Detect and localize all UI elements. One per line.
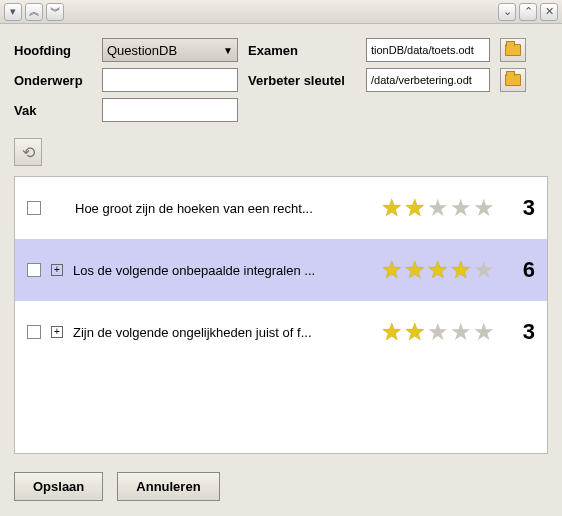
save-button[interactable]: Opslaan <box>14 472 103 501</box>
star-icon: ★ <box>427 258 449 282</box>
star-icon: ★ <box>427 196 449 220</box>
examen-input[interactable] <box>366 38 490 62</box>
count-value: 3 <box>505 195 535 221</box>
star-icon: ★ <box>381 258 403 282</box>
refresh-button[interactable]: ⟲ <box>14 138 42 166</box>
verbeter-label: Verbeter sleutel <box>248 73 356 88</box>
star-icon: ★ <box>473 258 495 282</box>
expand-icon[interactable]: + <box>51 326 63 338</box>
star-icon: ★ <box>473 320 495 344</box>
star-icon: ★ <box>404 196 426 220</box>
question-text: Zijn de volgende ongelijkheden juist of … <box>73 325 371 340</box>
roll-down-button[interactable]: ︾ <box>46 3 64 21</box>
app-menu-button[interactable]: ▾ <box>4 3 22 21</box>
expand-icon[interactable]: + <box>51 264 63 276</box>
star-rating[interactable]: ★★★★★ <box>381 320 495 344</box>
star-icon: ★ <box>473 196 495 220</box>
star-icon: ★ <box>381 196 403 220</box>
examen-label: Examen <box>248 43 356 58</box>
row-checkbox[interactable] <box>27 201 41 215</box>
star-rating[interactable]: ★★★★★ <box>381 196 495 220</box>
star-icon: ★ <box>450 258 472 282</box>
star-icon: ★ <box>404 258 426 282</box>
maximize-button[interactable]: ⌃ <box>519 3 537 21</box>
question-text: Hoe groot zijn de hoeken van een recht..… <box>75 201 371 216</box>
titlebar: ▾ ︽ ︾ ⌄ ⌃ ✕ <box>0 0 562 24</box>
question-list: Hoe groot zijn de hoeken van een recht..… <box>14 176 548 454</box>
onderwerp-input[interactable] <box>102 68 238 92</box>
row-checkbox[interactable] <box>27 325 41 339</box>
examen-browse-button[interactable] <box>500 38 526 62</box>
star-icon: ★ <box>450 196 472 220</box>
vak-input[interactable] <box>102 98 238 122</box>
minimize-button[interactable]: ⌄ <box>498 3 516 21</box>
onderwerp-label: Onderwerp <box>14 73 92 88</box>
refresh-icon: ⟲ <box>22 143 35 162</box>
form-grid: Hoofding QuestionDB ▼ Examen Onderwerp V… <box>14 38 548 122</box>
count-value: 3 <box>505 319 535 345</box>
hoofding-select[interactable]: QuestionDB ▼ <box>102 38 238 62</box>
star-icon: ★ <box>381 320 403 344</box>
folder-icon <box>505 44 521 56</box>
star-rating[interactable]: ★★★★★ <box>381 258 495 282</box>
roll-up-button[interactable]: ︽ <box>25 3 43 21</box>
vak-label: Vak <box>14 103 92 118</box>
star-icon: ★ <box>450 320 472 344</box>
list-item[interactable]: +Zijn de volgende ongelijkheden juist of… <box>15 301 547 363</box>
folder-icon <box>505 74 521 86</box>
row-checkbox[interactable] <box>27 263 41 277</box>
list-item[interactable]: +Los de volgende onbepaalde integralen .… <box>15 239 547 301</box>
star-icon: ★ <box>427 320 449 344</box>
star-icon: ★ <box>404 320 426 344</box>
hoofding-label: Hoofding <box>14 43 92 58</box>
cancel-button[interactable]: Annuleren <box>117 472 219 501</box>
chevron-down-icon: ▼ <box>223 45 233 56</box>
close-button[interactable]: ✕ <box>540 3 558 21</box>
count-value: 6 <box>505 257 535 283</box>
question-text: Los de volgende onbepaalde integralen ..… <box>73 263 371 278</box>
verbeter-browse-button[interactable] <box>500 68 526 92</box>
list-item[interactable]: Hoe groot zijn de hoeken van een recht..… <box>15 177 547 239</box>
verbeter-input[interactable] <box>366 68 490 92</box>
